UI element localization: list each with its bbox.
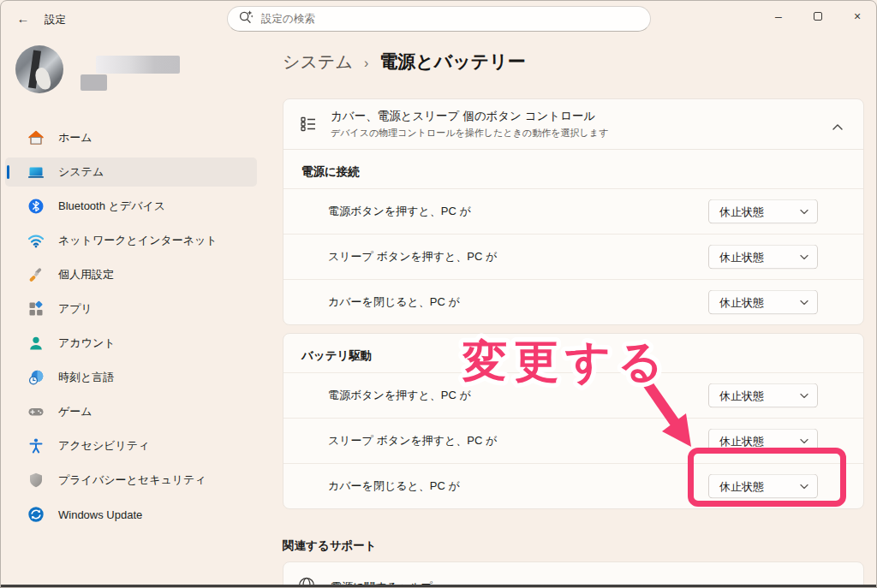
- sidebar-item-network[interactable]: ネットワークとインターネット: [5, 223, 257, 258]
- redacted-user-name: [96, 56, 180, 74]
- chevron-down-icon: [800, 254, 808, 259]
- dropdown-value: 休止状態: [719, 388, 800, 403]
- group-label-plugged-in: 電源に接続: [283, 150, 863, 188]
- setting-row-sleep-button-battery: スリープ ボタンを押すと、PC が 休止状態: [283, 418, 863, 463]
- chevron-down-icon: [800, 393, 808, 398]
- main-content: システム › 電源とバッテリー カバー、電源とスリープ 個のボタン コントロール…: [281, 38, 877, 585]
- titlebar: ← 設定 設定の検索 – ×: [0, 0, 877, 38]
- sidebar-item-label: Windows Update: [58, 508, 142, 521]
- sidebar-item-label: アカウント: [58, 336, 116, 351]
- sidebar-item-home[interactable]: ホーム: [5, 121, 257, 155]
- bluetooth-icon: [27, 198, 45, 215]
- setting-row-sleep-button-plugged: スリープ ボタンを押すと、PC が 休止状態: [283, 234, 863, 279]
- sidebar-item-label: アプリ: [58, 301, 92, 317]
- accessibility-icon: [27, 437, 45, 454]
- close-button[interactable]: ×: [838, 0, 877, 33]
- expander-title: カバー、電源とスリープ 個のボタン コントロール: [331, 109, 608, 124]
- gaming-icon: [27, 403, 45, 420]
- hibernate-dropdown-battery-lid[interactable]: 休止状態: [708, 474, 818, 499]
- hibernate-dropdown-plugged-power[interactable]: 休止状態: [708, 199, 818, 224]
- dropdown-value: 休止状態: [719, 478, 800, 494]
- group-label-on-battery: バッテリ駆動: [283, 334, 863, 372]
- avatar: [15, 45, 63, 93]
- setting-row-lid-close-plugged: カバーを閉じると、PC が 休止状態: [283, 279, 863, 324]
- chevron-down-icon: [800, 438, 808, 443]
- personalization-icon: [27, 266, 45, 283]
- sidebar-item-apps[interactable]: アプリ: [5, 292, 257, 326]
- power-controls-expander-card: カバー、電源とスリープ 個のボタン コントロール デバイスの物理コントロールを操…: [283, 98, 864, 325]
- sidebar-item-accounts[interactable]: アカウント: [5, 326, 257, 360]
- dropdown-value: 休止状態: [719, 204, 800, 219]
- chevron-down-icon: [800, 484, 808, 489]
- minimize-button[interactable]: –: [759, 0, 798, 33]
- chevron-up-icon: [832, 118, 843, 134]
- accounts-icon: [27, 335, 45, 352]
- sidebar-item-label: 個人用設定: [58, 267, 114, 282]
- chevron-down-icon: [800, 209, 808, 214]
- sidebar-item-windows-update[interactable]: Windows Update: [5, 497, 257, 532]
- setting-row-power-button-battery: 電源ボタンを押すと、PC が 休止状態: [283, 372, 863, 418]
- network-icon: [27, 232, 45, 249]
- sidebar-item-label: プライバシーとセキュリティ: [58, 472, 206, 488]
- sidebar-item-bluetooth[interactable]: Bluetooth とデバイス: [5, 189, 257, 223]
- button-controls-icon: [299, 115, 318, 134]
- hibernate-dropdown-battery-power[interactable]: 休止状態: [708, 383, 818, 408]
- windows-update-icon: [27, 506, 45, 523]
- dropdown-value: 休止状態: [719, 294, 800, 310]
- breadcrumb: システム › 電源とバッテリー: [283, 50, 526, 74]
- sidebar-nav: ホームシステムBluetooth とデバイスネットワークとインターネット個人用設…: [5, 121, 257, 532]
- chevron-down-icon: [800, 300, 808, 305]
- sidebar-item-label: ネットワークとインターネット: [58, 233, 218, 248]
- expander-header[interactable]: カバー、電源とスリープ 個のボタン コントロール デバイスの物理コントロールを操…: [283, 99, 863, 150]
- sidebar-item-personalization[interactable]: 個人用設定: [5, 258, 257, 292]
- maximize-icon: [814, 12, 822, 21]
- privacy-icon: [27, 472, 45, 489]
- hibernate-dropdown-plugged-lid[interactable]: 休止状態: [708, 290, 818, 315]
- related-support-heading: 関連するサポート: [283, 538, 377, 554]
- window-controls: – ×: [759, 0, 877, 34]
- hibernate-dropdown-plugged-sleep[interactable]: 休止状態: [708, 245, 818, 270]
- screen-bottom-edge: [0, 585, 877, 588]
- sidebar-item-label: 時刻と言語: [58, 370, 114, 385]
- sidebar-item-accessibility[interactable]: アクセシビリティ: [5, 429, 257, 463]
- back-arrow-icon: ←: [17, 11, 30, 26]
- apps-icon: [27, 300, 45, 318]
- search-placeholder: 設定の検索: [261, 12, 315, 27]
- expander-text: カバー、電源とスリープ 個のボタン コントロール デバイスの物理コントロールを操…: [331, 109, 608, 140]
- redacted-user-email: [81, 74, 107, 91]
- setting-row-power-button-plugged: 電源ボタンを押すと、PC が 休止状態: [283, 188, 863, 234]
- expander-subtitle: デバイスの物理コントロールを操作したときの動作を選択します: [331, 127, 608, 140]
- system-icon: [27, 163, 45, 181]
- dropdown-value: 休止状態: [719, 249, 800, 264]
- hibernate-dropdown-battery-sleep[interactable]: 休止状態: [708, 429, 818, 454]
- sidebar-item-label: ゲーム: [58, 404, 92, 419]
- time-language-icon: [27, 369, 45, 386]
- battery-group-card: バッテリ駆動 電源ボタンを押すと、PC が 休止状態 スリープ ボタンを押すと、…: [283, 333, 864, 509]
- chevron-right-icon: ›: [364, 56, 368, 71]
- sidebar-item-label: ホーム: [58, 130, 92, 146]
- sidebar-item-label: Bluetooth とデバイス: [58, 199, 165, 214]
- sidebar-item-label: システム: [58, 164, 104, 180]
- close-icon: ×: [854, 9, 861, 23]
- search-input[interactable]: 設定の検索: [227, 6, 651, 32]
- page-title: 電源とバッテリー: [379, 50, 525, 74]
- sidebar-item-gaming[interactable]: ゲーム: [5, 395, 257, 429]
- setting-row-lid-close-battery: カバーを閉じると、PC が 休止状態: [283, 463, 863, 508]
- sidebar-item-system[interactable]: システム: [5, 157, 257, 187]
- sidebar-item-label: アクセシビリティ: [58, 438, 149, 454]
- search-sparkle-icon: [238, 9, 254, 28]
- maximize-button[interactable]: [798, 0, 838, 33]
- back-button[interactable]: ←: [12, 7, 34, 29]
- sidebar-item-time-language[interactable]: 時刻と言語: [5, 360, 257, 395]
- sidebar-item-privacy[interactable]: プライバシーとセキュリティ: [5, 463, 257, 497]
- sidebar: ホームシステムBluetooth とデバイスネットワークとインターネット個人用設…: [0, 38, 267, 585]
- dropdown-value: 休止状態: [719, 433, 800, 448]
- home-icon: [27, 129, 45, 146]
- minimize-icon: –: [775, 9, 782, 23]
- breadcrumb-system-link[interactable]: システム: [283, 50, 353, 74]
- app-title: 設定: [45, 13, 66, 27]
